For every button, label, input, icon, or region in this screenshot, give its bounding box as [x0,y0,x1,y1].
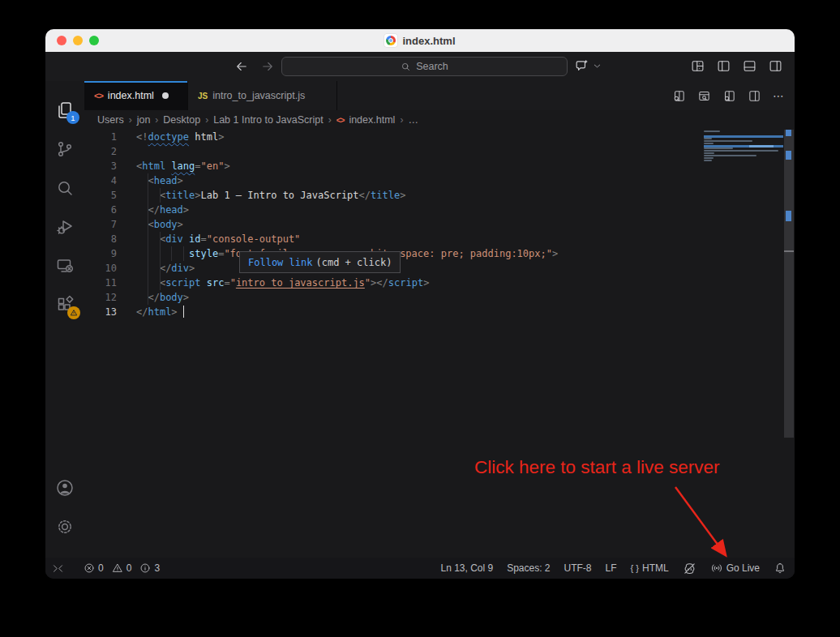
source-control-icon[interactable] [45,130,84,169]
indent-guide [171,246,172,261]
indentation-setting[interactable]: Spaces: 2 [507,562,550,574]
minimap-highlight [704,135,783,138]
code-line[interactable]: 3<html lang="en"> [84,159,795,173]
line-number: 7 [84,217,117,232]
go-live-button[interactable]: Go Live [710,562,760,575]
breadcrumb-item-more[interactable]: … [408,114,418,126]
open-changes-icon[interactable] [672,89,686,103]
activity-bar: 1 [45,81,84,558]
more-actions-icon[interactable]: ⋯ [773,89,785,102]
cursor-position[interactable]: Ln 13, Col 9 [440,562,493,574]
go-back-icon[interactable] [234,59,249,74]
toggle-panel-icon[interactable] [743,59,756,73]
chevron-right-icon: › [205,114,208,126]
split-editor-icon[interactable] [748,89,761,103]
explorer-icon[interactable]: 1 [45,91,84,130]
indent-guide [183,246,184,261]
extensions-warning-badge [67,306,80,319]
code-line[interactable]: 8 <div id="console-output" [84,232,795,246]
notifications-bell-icon[interactable] [774,562,786,575]
breadcrumb-item[interactable]: jon [137,114,151,126]
eol-setting[interactable]: LF [606,562,617,574]
broadcast-icon [710,562,723,575]
open-preview-icon[interactable] [722,89,736,103]
code-line[interactable]: 11 <script src="intro_to_javascript.js">… [84,276,795,290]
link-hover-tooltip: Follow link (cmd + click) [239,251,401,273]
customize-layout-icon[interactable] [691,59,705,73]
go-forward-icon[interactable] [260,59,275,74]
breadcrumb-item-file[interactable]: index.html [349,114,395,126]
overview-ruler-mark [786,130,791,136]
warning-icon [112,562,123,574]
annotation-text: Click here to start a live server [474,457,720,478]
code-line[interactable]: 12 </body> [84,290,795,305]
toggle-secondary-sidebar-icon[interactable] [769,59,782,73]
code-line[interactable]: 1<!doctype html> [84,130,795,144]
search-placeholder: Search [416,61,448,72]
chat-sparkle-icon [574,58,589,74]
search-view-icon[interactable] [45,169,84,207]
extensions-icon[interactable] [45,285,84,324]
vscode-window: index.html Search [45,29,795,579]
code-line[interactable]: 5 <title>Lab 1 – Intro to JavaScript</ti… [84,188,795,203]
scrollbar-divider [784,250,794,252]
tab-bar: <> index.html JS intro_to_javascript.js … [84,81,795,110]
problems-summary[interactable]: 0 0 3 [84,562,160,574]
search-icon [401,62,411,72]
error-count: 0 [98,562,104,574]
line-number: 9 [84,246,117,261]
remote-indicator[interactable] [52,562,64,575]
line-number: 5 [84,188,117,203]
minimap[interactable] [704,130,783,558]
code-lines: 1<!doctype html>23<html lang="en">4 <hea… [84,130,795,319]
chevron-right-icon: › [155,114,158,126]
warning-count: 0 [126,562,132,574]
indent-guide [160,188,161,203]
breadcrumb-item[interactable]: Desktop [163,114,200,126]
code-line[interactable]: 13</html> [84,305,795,319]
html-file-icon: <> [336,116,345,125]
follow-link-action[interactable]: Follow link [248,255,312,270]
chevron-right-icon: › [129,114,132,126]
accounts-icon[interactable] [45,468,84,507]
line-number: 1 [84,130,117,144]
code-line[interactable]: 2 [84,144,795,159]
status-bar: 0 0 3 Ln 13, Col 9 Spaces: 2 UTF-8 LF { … [45,558,795,579]
copilot-disabled-icon[interactable] [683,562,696,575]
tab-index-html[interactable]: <> index.html [84,81,188,110]
scrollbar-thumb[interactable] [784,130,794,438]
command-toolbar: Search [45,52,795,81]
indent-guide [160,232,161,290]
code-line[interactable]: 7 <body> [84,217,795,232]
modified-dot-icon[interactable] [162,92,169,99]
encoding-setting[interactable]: UTF-8 [564,562,592,574]
code-line[interactable]: 9 style="font-family:monospace; white-sp… [84,246,795,261]
breadcrumb-item[interactable]: Users [97,114,124,126]
line-number: 4 [84,173,117,188]
vertical-scrollbar[interactable] [783,130,795,558]
chevron-right-icon: › [328,114,332,126]
search-editor-icon[interactable] [697,89,711,103]
line-number: 8 [84,232,117,246]
code-line[interactable]: 6 </head> [84,203,795,217]
copilot-chat-button[interactable] [574,58,602,74]
line-number: 6 [84,203,117,217]
line-number: 3 [84,159,117,173]
code-editor[interactable]: 1<!doctype html>23<html lang="en">4 <hea… [84,130,795,558]
line-number: 13 [84,305,117,319]
code-line[interactable]: 4 <head> [84,173,795,188]
remote-explorer-icon[interactable] [45,246,84,285]
html-file-icon: <> [94,91,103,100]
line-number: 11 [84,276,117,290]
info-icon [139,562,151,574]
tab-label: index.html [108,90,154,101]
titlebar: index.html [45,29,795,52]
tab-intro-to-javascript-js[interactable]: JS intro_to_javascript.js [188,81,337,110]
breadcrumb-item[interactable]: Lab 1 Intro to JavaScript [213,114,324,126]
code-line[interactable]: 10 </div> [84,261,795,276]
command-center-search[interactable]: Search [281,57,568,76]
language-mode[interactable]: { } HTML [631,562,669,574]
run-debug-icon[interactable] [45,207,84,246]
toggle-primary-sidebar-icon[interactable] [717,59,731,73]
settings-gear-icon[interactable] [45,507,84,546]
